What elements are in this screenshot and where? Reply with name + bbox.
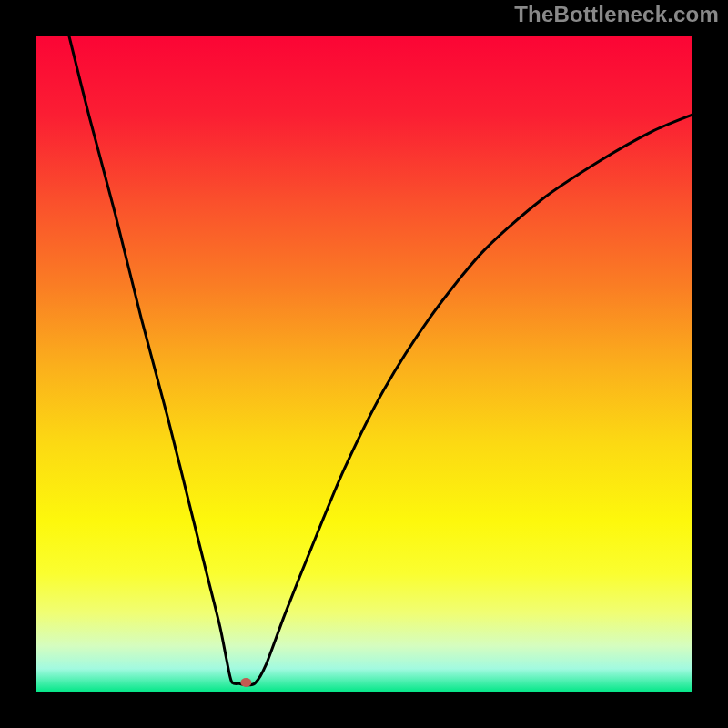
gradient-background xyxy=(36,36,692,692)
chart-frame: TheBottleneck.com xyxy=(0,0,728,728)
watermark-text: TheBottleneck.com xyxy=(514,2,719,27)
optimum-marker xyxy=(240,678,251,687)
bottleneck-chart xyxy=(36,36,692,692)
